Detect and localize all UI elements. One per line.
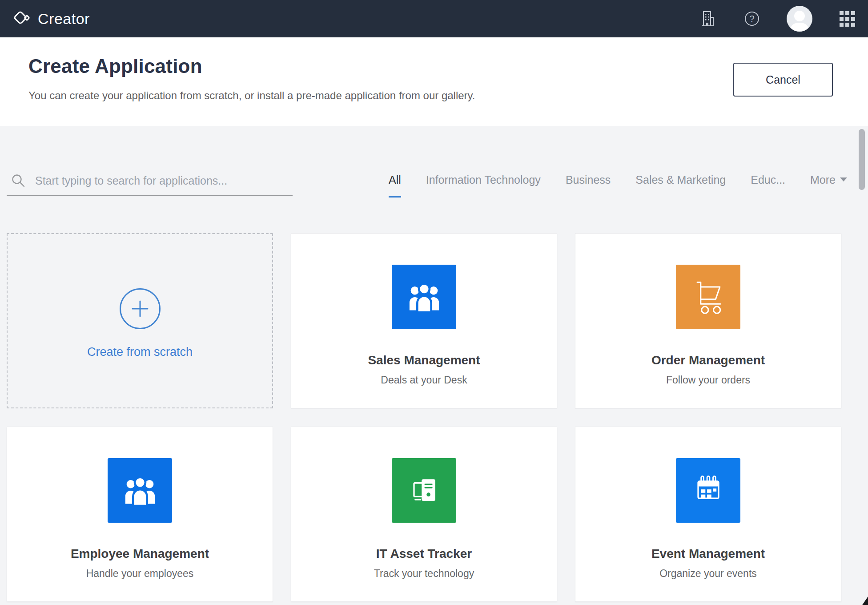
search-input[interactable]	[35, 173, 293, 188]
page-title: Create Application	[28, 55, 202, 77]
app-card-title: Sales Management	[368, 353, 480, 367]
application-grid: Create from scratch Sales Management Dea…	[7, 233, 841, 602]
category-tabs: All Information Technology Business Sale…	[389, 173, 847, 198]
vertical-scrollbar[interactable]	[859, 129, 865, 190]
navbar-actions: ?	[698, 6, 857, 32]
people-group-icon	[108, 458, 172, 523]
app-card-order-management[interactable]: Order Management Follow your orders	[575, 233, 841, 408]
user-avatar[interactable]	[787, 6, 812, 32]
chevron-down-icon	[840, 177, 847, 182]
app-card-title: Event Management	[651, 547, 765, 561]
help-question-icon[interactable]: ?	[742, 9, 762, 28]
creator-logo-icon	[12, 10, 31, 28]
tab-information-technology[interactable]: Information Technology	[426, 173, 541, 198]
page-header: Create Application You can create your a…	[0, 37, 868, 126]
top-navbar: Creator ?	[0, 0, 868, 37]
app-card-title: Employee Management	[71, 547, 209, 561]
search-icon	[11, 173, 25, 188]
app-card-subtitle: Follow your orders	[666, 374, 750, 386]
shopping-cart-icon	[676, 265, 740, 329]
corner-artifact	[862, 597, 868, 605]
app-card-employee-management[interactable]: Employee Management Handle your employee…	[7, 427, 273, 602]
svg-text:?: ?	[749, 14, 754, 24]
gallery-section: All Information Technology Business Sale…	[0, 126, 868, 605]
create-from-scratch-label: Create from scratch	[87, 345, 193, 359]
create-from-scratch-card[interactable]: Create from scratch	[7, 233, 273, 408]
app-card-title: Order Management	[651, 353, 765, 367]
page-subtitle: You can create your application from scr…	[28, 89, 475, 102]
tab-education[interactable]: Educ...	[751, 173, 785, 198]
app-card-subtitle: Organize your events	[659, 568, 757, 580]
computer-asset-icon	[392, 458, 456, 523]
tab-more[interactable]: More	[810, 173, 847, 198]
building-icon[interactable]	[698, 9, 717, 28]
tab-all[interactable]: All	[389, 173, 401, 198]
app-card-it-asset-tracker[interactable]: IT Asset Tracker Track your technology	[291, 427, 557, 602]
app-card-sales-management[interactable]: Sales Management Deals at your Desk	[291, 233, 557, 408]
creator-brand[interactable]: Creator	[12, 10, 90, 28]
app-card-subtitle: Deals at your Desk	[381, 374, 467, 386]
tab-sales-marketing[interactable]: Sales & Marketing	[635, 173, 726, 198]
apps-grid-icon[interactable]	[837, 9, 857, 28]
tab-business[interactable]: Business	[566, 173, 611, 198]
plus-circle-icon	[120, 288, 161, 329]
app-card-subtitle: Handle your employees	[86, 568, 194, 580]
application-search	[7, 173, 293, 196]
people-group-icon	[392, 265, 456, 329]
app-card-event-management[interactable]: Event Management Organize your events	[575, 427, 841, 602]
cancel-button[interactable]: Cancel	[733, 63, 833, 97]
app-card-subtitle: Track your technology	[374, 568, 474, 580]
app-card-title: IT Asset Tracker	[376, 547, 472, 561]
calendar-icon	[676, 458, 740, 523]
brand-name: Creator	[38, 10, 90, 28]
